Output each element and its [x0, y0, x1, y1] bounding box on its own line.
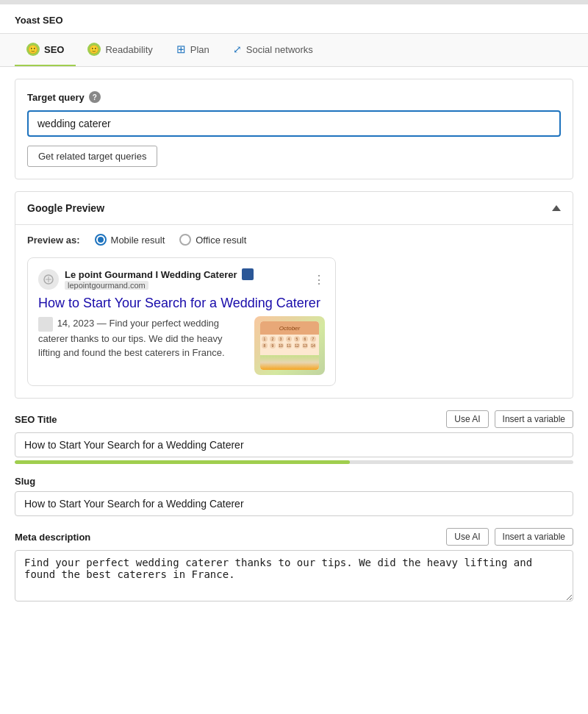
google-preview-title: Google Preview	[27, 202, 104, 214]
meta-insert-variable-button[interactable]: Insert a variable	[495, 528, 573, 546]
mobile-result-label: Mobile result	[111, 235, 165, 246]
meta-use-ai-button[interactable]: Use AI	[446, 528, 488, 546]
slug-field-row: Slug	[15, 476, 573, 516]
get-related-queries-button[interactable]: Get related target queries	[27, 146, 157, 167]
seo-title-progress-bar	[15, 460, 573, 464]
preview-card: Le point Gourmand I Wedding Caterer lepo…	[27, 257, 336, 386]
smiley-icon-seo: 🙂	[26, 43, 40, 56]
meta-description-actions: Use AI Insert a variable	[446, 528, 573, 546]
thumb-calendar: 1 2 3 4 5 6 7 8 9 10 11	[260, 335, 319, 350]
mobile-result-option[interactable]: Mobile result	[95, 234, 165, 246]
collapse-icon	[552, 205, 561, 211]
office-radio-circle	[179, 234, 191, 246]
meta-description-field-row: Meta description Use AI Insert a variabl…	[15, 528, 573, 604]
site-icon	[38, 269, 59, 290]
seo-fields-section: SEO Title Use AI Insert a variable Slug	[15, 410, 573, 604]
tabs-row: 🙂 SEO 🙂 Readability ⊞ Plan ⤢ Social netw…	[0, 34, 588, 67]
meta-description-label: Meta description	[15, 532, 90, 543]
app-title: Yoast SEO	[15, 15, 63, 26]
google-preview-section: Google Preview Preview as: Mobile result…	[15, 191, 573, 399]
seo-title-field-row: SEO Title Use AI Insert a variable	[15, 410, 573, 464]
seo-title-progress-fill	[15, 460, 350, 464]
date-icon	[38, 317, 53, 332]
yoast-header: Yoast SEO	[0, 4, 588, 34]
slug-label: Slug	[15, 476, 35, 487]
preview-as-row: Preview as: Mobile result Office result	[15, 225, 573, 251]
tab-seo[interactable]: 🙂 SEO	[15, 34, 76, 66]
thumb-header: October	[260, 321, 319, 335]
tab-plan-label: Plan	[190, 44, 209, 55]
site-name-badge	[242, 268, 254, 280]
site-meta: Le point Gourmand I Wedding Caterer lepo…	[65, 268, 254, 290]
preview-card-top: Le point Gourmand I Wedding Caterer lepo…	[38, 268, 325, 290]
office-result-option[interactable]: Office result	[179, 234, 246, 246]
mobile-radio-circle	[95, 234, 107, 246]
tab-social[interactable]: ⤢ Social networks	[221, 35, 325, 65]
share-icon: ⤢	[233, 43, 242, 55]
target-query-input[interactable]	[27, 110, 561, 137]
thumb-flowers	[260, 355, 319, 370]
preview-card-site: Le point Gourmand I Wedding Caterer lepo…	[38, 268, 254, 290]
smiley-icon-readability: 🙂	[87, 43, 101, 56]
site-url: lepointgourmand.com	[65, 280, 254, 290]
grid-icon: ⊞	[176, 43, 186, 56]
thumbnail-inner: October 1 2 3 4 5 6 7 8 9	[260, 321, 319, 370]
main-content: Target query ? Get related target querie…	[0, 79, 588, 618]
meta-description-label-row: Meta description Use AI Insert a variabl…	[15, 528, 573, 546]
preview-as-label: Preview as:	[27, 235, 80, 246]
tab-readability[interactable]: 🙂 Readability	[76, 34, 164, 66]
target-query-label-row: Target query ?	[27, 91, 561, 103]
google-preview-header[interactable]: Google Preview	[15, 192, 573, 225]
office-result-label: Office result	[196, 235, 246, 246]
target-query-help-icon[interactable]: ?	[89, 91, 101, 103]
preview-link[interactable]: How to Start Your Search for a Wedding C…	[38, 295, 325, 312]
slug-label-row: Slug	[15, 476, 573, 487]
seo-title-label: SEO Title	[15, 414, 57, 425]
preview-thumbnail: October 1 2 3 4 5 6 7 8 9	[254, 316, 325, 375]
tab-plan[interactable]: ⊞ Plan	[165, 34, 221, 66]
more-options-icon[interactable]: ⋮	[313, 273, 325, 287]
tab-seo-label: SEO	[44, 44, 64, 55]
seo-title-actions: Use AI Insert a variable	[446, 410, 573, 428]
seo-title-label-row: SEO Title Use AI Insert a variable	[15, 410, 573, 428]
seo-title-use-ai-button[interactable]: Use AI	[446, 410, 488, 428]
meta-description-textarea[interactable]: Find your perfect wedding caterer thanks…	[15, 550, 573, 601]
target-query-label-text: Target query	[27, 92, 85, 103]
preview-card-wrapper: Le point Gourmand I Wedding Caterer lepo…	[15, 251, 573, 398]
preview-content-row: 14, 2023 — Find your perfect wedding cat…	[38, 316, 325, 375]
tab-social-label: Social networks	[246, 44, 313, 55]
slug-input[interactable]	[15, 491, 573, 516]
site-name: Le point Gourmand I Wedding Caterer	[65, 268, 254, 280]
seo-title-input[interactable]	[15, 432, 573, 457]
tab-readability-label: Readability	[105, 44, 152, 55]
preview-snippet: 14, 2023 — Find your perfect wedding cat…	[38, 316, 247, 360]
target-query-section: Target query ? Get related target querie…	[15, 79, 573, 179]
seo-title-insert-variable-button[interactable]: Insert a variable	[495, 410, 573, 428]
